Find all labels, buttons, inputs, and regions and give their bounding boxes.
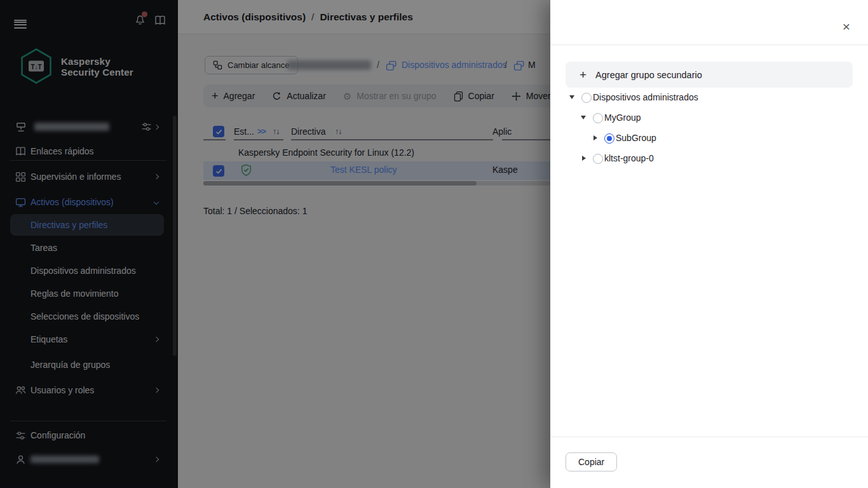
tree-collapsed-arrow-icon[interactable] [582,156,586,161]
tree-radio-mygroup[interactable] [593,113,603,123]
tree-radio-dispositivos-administrados[interactable] [581,93,592,103]
tree-expanded-arrow-icon[interactable] [569,95,574,99]
tree-collapsed-arrow-icon[interactable] [593,135,597,140]
add-subgroup-button[interactable]: + Agregar grupo secundario [566,62,853,88]
tree-item-mygroup[interactable]: MyGroup [550,108,868,128]
copy-confirm-button[interactable]: Copiar [566,452,617,471]
modal-dim-overlay[interactable] [0,0,550,488]
plus-icon: + [580,69,587,81]
tree-expanded-arrow-icon[interactable] [581,116,586,119]
close-icon: × [843,19,850,34]
tree-radio-subgroup[interactable] [604,133,614,144]
tree-item-dispositivos-administrados[interactable]: Dispositivos administrados [550,88,868,108]
tree-item-kltst-group-0[interactable]: kltst-group-0 [550,149,868,169]
tree-radio-kltst-group-0[interactable] [593,154,603,164]
close-panel-button[interactable]: × [837,18,855,36]
group-selection-panel: × + Agregar grupo secundario Dispositivo… [550,0,868,488]
tree-item-subgroup[interactable]: SubGroup [550,128,868,149]
panel-divider [550,44,868,45]
panel-footer-divider [550,437,868,437]
